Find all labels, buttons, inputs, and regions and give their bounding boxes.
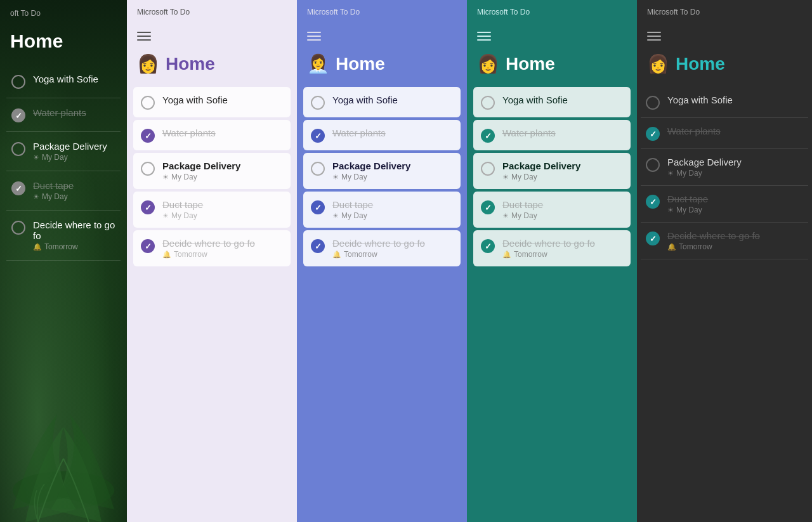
task-content-yoga-2: Yoga with Sofie: [332, 95, 398, 105]
checkbox-duct-1[interactable]: ✓: [141, 200, 155, 214]
home-emoji-4: 👩: [647, 53, 669, 74]
task-sub-package-4: ☀ My Day: [667, 169, 742, 178]
task-item-package-3[interactable]: Package Delivery ☀ My Day: [473, 153, 631, 189]
task-item-package-4[interactable]: Package Delivery ☀ My Day: [641, 149, 808, 186]
sun-icon-package-0: ☀: [33, 153, 39, 162]
hamburger-line-4b: [647, 36, 661, 37]
panel-4-home-title: 👩 Home: [637, 48, 812, 87]
task-item-water-1[interactable]: ✓ Water plants: [133, 120, 291, 150]
task-item-yoga-2[interactable]: Yoga with Sofie: [303, 87, 461, 117]
task-item-duct-4[interactable]: ✓ Duct tape ☀ My Day: [641, 186, 808, 223]
task-content-water-3: Water plants: [502, 127, 556, 138]
checkbox-duct-2[interactable]: ✓: [311, 200, 325, 214]
hamburger-1[interactable]: [127, 22, 297, 48]
hamburger-line-1c: [137, 39, 151, 41]
task-sub-decide-3: 🔔 Tomorrow: [502, 250, 595, 259]
home-label-2: Home: [336, 54, 385, 74]
task-item-duct-1[interactable]: ✓ Duct tape ☀ My Day: [133, 192, 291, 228]
task-content-water-0: Water plants: [33, 107, 86, 118]
task-title-yoga-2: Yoga with Sofie: [332, 95, 398, 105]
checkbox-decide-2[interactable]: ✓: [311, 239, 325, 253]
task-item-water-3[interactable]: ✓ Water plants: [473, 120, 631, 150]
checkbox-yoga-0[interactable]: [11, 75, 25, 89]
checkbox-water-1[interactable]: ✓: [141, 129, 155, 143]
task-title-yoga-4: Yoga with Sofie: [667, 95, 733, 105]
task-content-duct-0: Duct tape ☀ My Day: [33, 180, 74, 201]
hamburger-2[interactable]: [297, 22, 467, 48]
checkbox-package-1[interactable]: [141, 162, 155, 176]
task-title-water-1: Water plants: [162, 127, 216, 138]
task-title-duct-4: Duct tape: [667, 193, 708, 204]
checkbox-yoga-2[interactable]: [311, 96, 325, 110]
panel-2-tasks: Yoga with Sofie ✓ Water plants Package D…: [297, 87, 467, 522]
task-item-package-2[interactable]: Package Delivery ☀ My Day: [303, 153, 461, 189]
task-item-yoga-1[interactable]: Yoga with Sofie: [133, 87, 291, 117]
sun-icon-duct-4: ☀: [667, 206, 674, 214]
hamburger-4[interactable]: [637, 22, 812, 48]
panel-2-home-title: 👩‍💼 Home: [297, 48, 467, 87]
task-content-package-2: Package Delivery ☀ My Day: [332, 160, 410, 181]
task-item-yoga-3[interactable]: Yoga with Sofie: [473, 87, 631, 117]
checkbox-decide-0[interactable]: [11, 221, 25, 235]
checkbox-decide-1[interactable]: ✓: [141, 239, 155, 253]
checkbox-package-3[interactable]: [481, 162, 495, 176]
task-item-duct-2[interactable]: ✓ Duct tape ☀ My Day: [303, 192, 461, 228]
task-item-decide-1[interactable]: ✓ Decide where to go fo 🔔 Tomorrow: [133, 230, 291, 266]
bell-icon-decide-4: 🔔: [667, 243, 676, 251]
panel-1-tasks: Yoga with Sofie ✓ Water plants Package D…: [127, 87, 297, 522]
task-item-yoga-0[interactable]: Yoga with Sofie: [6, 65, 121, 98]
task-content-duct-4: Duct tape ☀ My Day: [667, 193, 708, 214]
checkbox-water-4[interactable]: ✓: [646, 127, 660, 141]
checkbox-decide-3[interactable]: ✓: [481, 239, 495, 253]
sun-icon-package-4: ☀: [667, 169, 674, 178]
hamburger-line-3a: [477, 32, 491, 33]
checkbox-yoga-1[interactable]: [141, 96, 155, 110]
checkbox-duct-4[interactable]: ✓: [646, 195, 660, 209]
task-sub-duct-2: ☀ My Day: [332, 211, 373, 220]
panel-0-tasks: Yoga with Sofie ✓ Water plants Package D…: [0, 65, 127, 522]
home-label-3: Home: [506, 54, 555, 74]
task-item-decide-3[interactable]: ✓ Decide where to go fo 🔔 Tomorrow: [473, 230, 631, 266]
hamburger-3[interactable]: [467, 22, 637, 48]
task-title-decide-2: Decide where to go fo: [332, 238, 425, 249]
task-item-decide-2[interactable]: ✓ Decide where to go fo 🔔 Tomorrow: [303, 230, 461, 266]
bell-icon-decide-2: 🔔: [332, 251, 341, 259]
task-title-yoga-1: Yoga with Sofie: [162, 95, 228, 105]
task-sub-package-0: ☀ My Day: [33, 153, 107, 162]
checkbox-duct-0[interactable]: ✓: [11, 181, 25, 195]
task-title-decide-3: Decide where to go fo: [502, 238, 595, 249]
task-item-water-2[interactable]: ✓ Water plants: [303, 120, 461, 150]
checkbox-water-2[interactable]: ✓: [311, 129, 325, 143]
task-title-package-1: Package Delivery: [162, 160, 240, 171]
task-item-water-4[interactable]: ✓ Water plants: [641, 118, 808, 149]
panel-0-header: oft To Do: [0, 0, 127, 18]
task-content-package-0: Package Delivery ☀ My Day: [33, 141, 107, 162]
task-item-decide-4[interactable]: ✓ Decide where to go fo 🔔 Tomorrow: [641, 223, 808, 259]
task-item-duct-3[interactable]: ✓ Duct tape ☀ My Day: [473, 192, 631, 228]
checkbox-package-0[interactable]: [11, 142, 25, 156]
task-item-yoga-4[interactable]: Yoga with Sofie: [641, 87, 808, 118]
checkbox-duct-3[interactable]: ✓: [481, 200, 495, 214]
task-title-package-0: Package Delivery: [33, 141, 107, 152]
hamburger-line-1b: [137, 36, 151, 37]
home-emoji-3: 👩: [477, 53, 499, 74]
panel-lavender: Microsoft To Do 👩 Home Yoga with Sofie ✓…: [127, 0, 297, 522]
task-title-duct-0: Duct tape: [33, 180, 74, 191]
checkbox-yoga-3[interactable]: [481, 96, 495, 110]
task-item-package-0[interactable]: Package Delivery ☀ My Day: [6, 132, 121, 171]
checkbox-water-0[interactable]: ✓: [11, 108, 25, 122]
task-item-water-0[interactable]: ✓ Water plants: [6, 98, 121, 132]
hamburger-line-4a: [647, 32, 661, 33]
checkbox-decide-4[interactable]: ✓: [646, 232, 660, 245]
task-title-package-4: Package Delivery: [667, 157, 742, 167]
checkbox-package-2[interactable]: [311, 162, 325, 176]
checkbox-package-4[interactable]: [646, 158, 660, 172]
hamburger-line-3c: [477, 39, 491, 41]
task-item-decide-0[interactable]: Decide where to go fo 🔔 Tomorrow: [6, 211, 121, 261]
checkbox-yoga-4[interactable]: [646, 96, 660, 110]
task-item-duct-0[interactable]: ✓ Duct tape ☀ My Day: [6, 171, 121, 211]
home-label-4: Home: [676, 54, 725, 74]
task-title-decide-4: Decide where to go fo: [667, 230, 760, 241]
task-item-package-1[interactable]: Package Delivery ☀ My Day: [133, 153, 291, 189]
checkbox-water-3[interactable]: ✓: [481, 129, 495, 143]
